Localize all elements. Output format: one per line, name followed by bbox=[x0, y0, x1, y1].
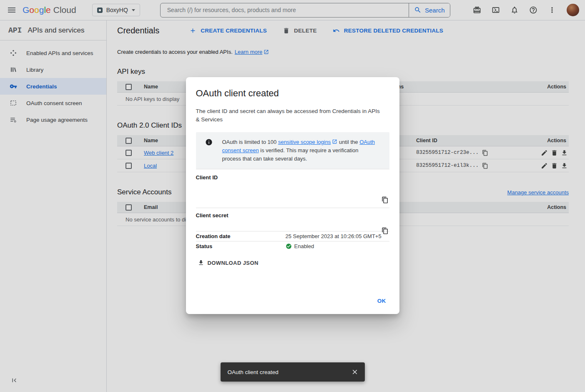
client-id-value-redacted bbox=[286, 174, 389, 208]
dialog-detail-rows: Client ID Client secret Creation date 25… bbox=[196, 169, 389, 251]
copy-icon[interactable] bbox=[382, 196, 389, 204]
creation-date-row: Creation date 25 September 2023 at 10:26… bbox=[196, 231, 389, 241]
oauth-client-created-dialog: OAuth client created The client ID and s… bbox=[186, 77, 399, 314]
info-icon bbox=[205, 138, 213, 146]
info-text-2: until the bbox=[337, 139, 359, 145]
creation-date-value: 25 September 2023 at 10:26:05 GMT+5 bbox=[286, 233, 389, 239]
ok-button[interactable]: OK bbox=[373, 294, 390, 307]
info-text-1: OAuth is limited to 100 bbox=[222, 139, 278, 145]
info-banner: OAuth is limited to 100 sensitive scope … bbox=[196, 132, 389, 169]
snackbar: OAuth client created bbox=[221, 362, 365, 382]
download-icon bbox=[198, 259, 204, 266]
status-row: Status Enabled bbox=[196, 241, 389, 251]
client-id-label: Client ID bbox=[196, 174, 286, 208]
download-json-label: DOWNLOAD JSON bbox=[208, 260, 259, 266]
status-label: Status bbox=[196, 243, 286, 249]
client-secret-value-redacted bbox=[286, 212, 389, 231]
dialog-title: OAuth client created bbox=[196, 88, 389, 99]
check-circle-icon bbox=[286, 243, 292, 249]
client-secret-row: Client secret bbox=[196, 208, 389, 231]
status-text: Enabled bbox=[294, 243, 314, 249]
dialog-description: The client ID and secret can always be a… bbox=[196, 107, 384, 124]
snackbar-message: OAuth client created bbox=[228, 369, 347, 375]
app-root: GoogleCloud BoxyHQ Search bbox=[0, 0, 585, 392]
external-link-icon bbox=[332, 139, 337, 144]
download-json-button[interactable]: DOWNLOAD JSON bbox=[196, 257, 262, 269]
creation-date-label: Creation date bbox=[196, 233, 286, 239]
status-value: Enabled bbox=[286, 243, 389, 249]
info-banner-text: OAuth is limited to 100 sensitive scope … bbox=[222, 138, 379, 163]
client-secret-label: Client secret bbox=[196, 212, 286, 231]
client-id-row: Client ID bbox=[196, 169, 389, 208]
sensitive-scope-logins-link[interactable]: sensitive scope logins bbox=[278, 139, 331, 145]
close-icon[interactable] bbox=[347, 364, 362, 379]
